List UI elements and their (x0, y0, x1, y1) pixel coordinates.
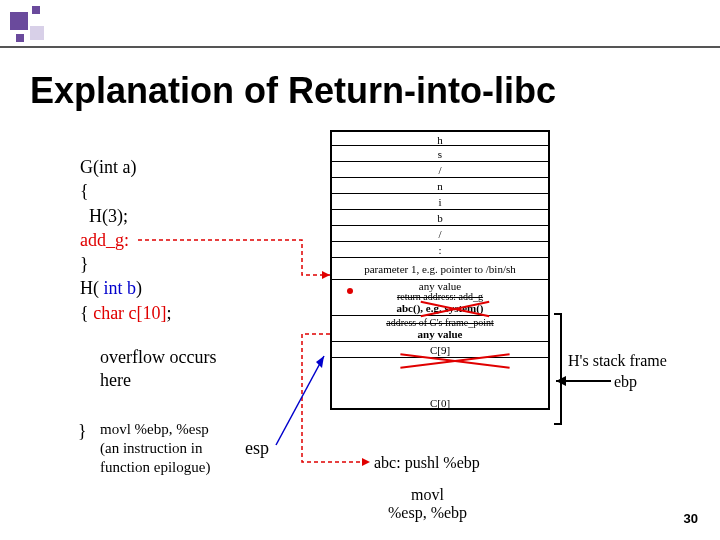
movl-instruction: movl %esp, %ebp (388, 486, 467, 523)
cross-out-icon (420, 300, 490, 316)
stack-diagram: h s / n i b / : parameter 1, e.g. pointe… (330, 130, 550, 410)
cross-out-icon (400, 353, 510, 367)
code-line: G(int a) (80, 155, 172, 179)
code-line: H(3); (80, 204, 172, 228)
svg-line-2 (276, 356, 324, 445)
label-h-frame: H's stack frame (568, 352, 667, 370)
slide-decoration (0, 0, 720, 48)
code-line: } (80, 252, 172, 276)
svg-marker-3 (316, 356, 324, 368)
code-line: { char c[10]; (80, 301, 172, 325)
svg-marker-5 (362, 458, 370, 466)
epilogue-note: } movl %ebp, %esp (an instruction in fun… (100, 420, 210, 476)
stack-cell: s (330, 146, 550, 162)
page-title: Explanation of Return-into-libc (30, 70, 556, 112)
bracket-icon (554, 313, 562, 425)
svg-marker-4 (322, 271, 330, 279)
stack-cell: b (330, 210, 550, 226)
abc-instruction: abc: pushl %ebp (374, 454, 480, 472)
label-ebp: ebp (614, 373, 637, 391)
stack-cell: h (330, 130, 550, 146)
stack-cell: i (330, 194, 550, 210)
stack-cell: n (330, 178, 550, 194)
anchor-dot-icon (347, 288, 353, 294)
code-listing: G(int a) { H(3); add_g: } H( int b) { ch… (80, 155, 172, 325)
code-line: H( int b) (80, 276, 172, 300)
code-line: { (80, 179, 172, 203)
page-number: 30 (684, 511, 698, 526)
stack-cell: / (330, 162, 550, 178)
title-underline (0, 46, 720, 48)
stack-cell: / (330, 226, 550, 242)
stack-cell-frame: address of G's frame_point any value (330, 316, 550, 342)
stack-cell: : (330, 242, 550, 258)
overflow-note: overflow occurs here (100, 346, 216, 393)
stack-cell-param: parameter 1, e.g. pointer to /bin/sh (330, 258, 550, 280)
esp-label: esp (245, 438, 269, 459)
code-label-addg: add_g: (80, 228, 172, 252)
